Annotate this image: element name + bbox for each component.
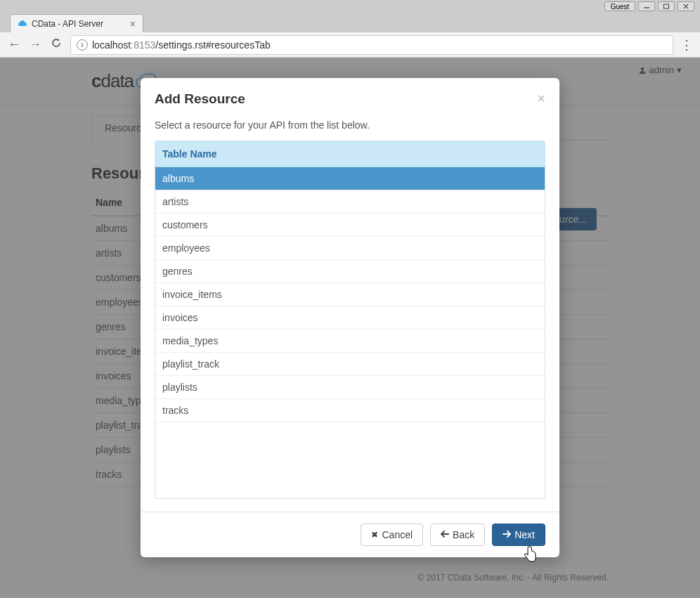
minimize-button[interactable] <box>638 1 655 11</box>
url-host: localhost <box>92 39 131 51</box>
url-path: /settings.rst#resourcesTab <box>155 39 270 51</box>
table-list-row[interactable]: customers <box>155 214 545 237</box>
table-list-header: Table Name <box>155 141 545 167</box>
forward-nav-button[interactable]: → <box>28 37 42 52</box>
table-list-row[interactable]: playlists <box>155 376 545 399</box>
arrow-left-icon <box>441 530 449 540</box>
browser-tab-title: CData - API Server <box>32 19 103 29</box>
browser-menu-button[interactable]: ⋮ <box>680 37 693 53</box>
browser-tab[interactable]: CData - API Server × <box>10 14 143 32</box>
table-list-row[interactable]: invoice_items <box>155 283 545 306</box>
add-resource-modal: Add Resource × Select a resource for you… <box>141 78 559 557</box>
back-nav-button[interactable]: ← <box>7 37 21 52</box>
modal-close-button[interactable]: × <box>537 91 545 107</box>
table-list: Table Name albumsartistscustomersemploye… <box>155 141 545 499</box>
address-bar[interactable]: i localhost:8153/settings.rst#resourcesT… <box>70 35 673 55</box>
table-list-row[interactable]: playlist_track <box>155 353 545 376</box>
table-list-row[interactable]: albums <box>155 167 545 190</box>
maximize-button[interactable] <box>658 1 675 11</box>
next-button[interactable]: Next <box>492 524 545 546</box>
next-label: Next <box>514 529 535 540</box>
page-viewport: cdata admin ▾ Resources Resources Name a… <box>0 58 700 598</box>
site-info-icon[interactable]: i <box>77 39 88 51</box>
cancel-button[interactable]: ✖ Cancel <box>361 524 423 546</box>
browser-toolbar: ← → i localhost:8153/settings.rst#resour… <box>0 32 700 58</box>
cloud-favicon-icon <box>18 19 27 29</box>
url-port: :8153 <box>131 39 155 51</box>
back-label: Back <box>453 529 474 540</box>
window-titlebar: Guest <box>0 0 700 13</box>
table-list-row[interactable]: tracks <box>155 399 545 422</box>
back-button[interactable]: Back <box>430 524 485 546</box>
cancel-label: Cancel <box>382 529 413 540</box>
modal-title: Add Resource <box>155 91 245 107</box>
table-list-row[interactable]: employees <box>155 237 545 260</box>
browser-tab-bar: CData - API Server × <box>0 13 700 32</box>
table-list-row[interactable]: artists <box>155 190 545 214</box>
guest-badge[interactable]: Guest <box>604 1 635 11</box>
svg-rect-1 <box>664 4 669 8</box>
table-list-row[interactable]: media_types <box>155 330 545 353</box>
modal-description: Select a resource for your API from the … <box>155 119 545 131</box>
reload-button[interactable] <box>49 37 63 52</box>
arrow-right-icon <box>503 530 511 540</box>
table-list-row[interactable]: invoices <box>155 306 545 330</box>
tab-close-icon[interactable]: × <box>130 18 136 30</box>
x-icon: ✖ <box>371 530 378 540</box>
table-list-row[interactable]: genres <box>155 260 545 283</box>
close-window-button[interactable] <box>678 1 694 11</box>
